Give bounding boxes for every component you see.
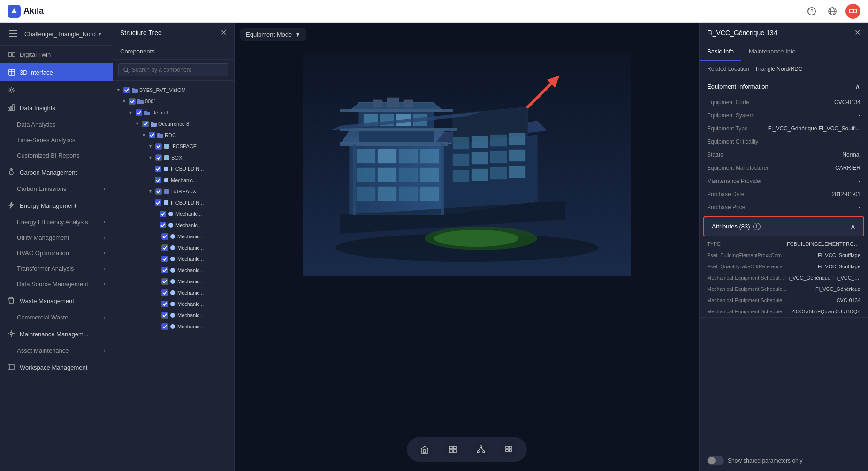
utility-management-chevron-icon: › bbox=[104, 235, 105, 240]
tree-checkbox[interactable] bbox=[155, 166, 161, 172]
mechanic-item-icon bbox=[169, 278, 176, 285]
tree-checkbox[interactable] bbox=[161, 289, 168, 296]
tree-checkbox[interactable] bbox=[161, 312, 168, 319]
collapse-icon: ∧ bbox=[855, 82, 860, 91]
sidebar-item-time-series-analytics[interactable]: Time-Series Analytics bbox=[0, 132, 113, 148]
tree-checkbox[interactable] bbox=[129, 98, 136, 105]
tree-row[interactable]: ▼ IFCSPACE bbox=[113, 142, 234, 151]
help-button[interactable]: ? bbox=[804, 4, 819, 19]
tree-row[interactable]: ▼ Default bbox=[113, 108, 234, 117]
energy-icon bbox=[8, 201, 16, 210]
tree-row[interactable]: IFCBUILDIN... bbox=[113, 198, 234, 207]
sidebar-item-data-analytics[interactable]: Data Analytics bbox=[0, 117, 113, 132]
svg-point-99 bbox=[480, 446, 482, 448]
tree-row[interactable]: ▼ RDC bbox=[113, 131, 234, 139]
tree-checkbox[interactable] bbox=[155, 188, 162, 195]
sidebar-item-customized-bi-reports[interactable]: Customized BI Reports bbox=[0, 148, 113, 163]
tree-row[interactable]: ▼ BUREAUX bbox=[113, 187, 234, 196]
tree-row[interactable]: Mechanic... bbox=[113, 289, 234, 297]
tree-checkbox[interactable] bbox=[155, 199, 161, 206]
tree-row[interactable]: Mechanic... bbox=[113, 210, 234, 218]
mode-selector[interactable]: Equipment Mode ▼ bbox=[246, 31, 301, 38]
tree-checkbox[interactable] bbox=[136, 109, 142, 116]
tree-checkbox[interactable] bbox=[142, 121, 149, 127]
sidebar-item-3d-interface[interactable]: 3D Interface bbox=[0, 63, 113, 81]
tree-checkbox[interactable] bbox=[160, 222, 166, 228]
sidebar-group-data-insights[interactable]: Data Insights bbox=[0, 99, 113, 117]
tree-row[interactable]: Mechanic... bbox=[113, 176, 234, 184]
tree-row[interactable]: ▼ 0001 bbox=[113, 97, 234, 106]
tree-row[interactable]: Mechanic... bbox=[113, 277, 234, 286]
search-input-wrapper[interactable] bbox=[118, 63, 228, 76]
tree-checkbox[interactable] bbox=[161, 278, 168, 285]
tree-row[interactable]: Mechanic... bbox=[113, 311, 234, 319]
sidebar-group-workspace-management[interactable]: Workspace Management bbox=[0, 358, 113, 376]
tree-checkbox[interactable] bbox=[161, 233, 168, 240]
mechanic-item-icon bbox=[169, 312, 176, 319]
fit-view-button[interactable] bbox=[444, 441, 461, 458]
carbon-icon bbox=[8, 168, 16, 176]
tree-checkbox[interactable] bbox=[161, 301, 168, 307]
workspace-selector[interactable]: Challenger_Triangle_Nord ▼ bbox=[24, 30, 102, 38]
sidebar-item-energy-efficiency-analysis[interactable]: Energy Efficiency Analysis › bbox=[0, 214, 113, 230]
shared-params-toggle[interactable] bbox=[707, 456, 724, 465]
tree-row[interactable]: Mechanic... bbox=[113, 232, 234, 241]
settings-icon bbox=[8, 86, 16, 94]
search-box bbox=[113, 60, 234, 81]
tree-row[interactable]: Mechanic... bbox=[113, 300, 234, 308]
sidebar-item-asset-maintenance[interactable]: Asset Maintenance › bbox=[0, 343, 113, 358]
attributes-section-header[interactable]: Attributes (83) i ∧ bbox=[703, 216, 864, 236]
tree-row[interactable]: Mechanic... bbox=[113, 255, 234, 263]
hvac-chevron-icon: › bbox=[104, 251, 105, 256]
home-view-button[interactable] bbox=[416, 441, 433, 458]
tree-checkbox[interactable] bbox=[123, 87, 130, 93]
tree-row[interactable]: Mechanic... bbox=[113, 266, 234, 274]
menu-toggle-button[interactable] bbox=[6, 26, 21, 41]
right-panel-close-button[interactable]: ✕ bbox=[854, 28, 860, 37]
sidebar-group-maintenance-management[interactable]: Maintenance Managem... bbox=[0, 325, 113, 343]
sidebar-item-hvac-optimization[interactable]: HVAC Optimization › bbox=[0, 245, 113, 261]
tree-row[interactable]: Mechanic... bbox=[113, 243, 234, 252]
tree-checkbox[interactable] bbox=[161, 256, 168, 262]
sidebar-item-digital-twin[interactable]: Digital Twin bbox=[0, 46, 113, 63]
sidebar-group-energy-management[interactable]: Energy Management bbox=[0, 197, 113, 214]
svg-rect-107 bbox=[509, 449, 511, 452]
svg-rect-59 bbox=[399, 168, 418, 182]
tree-checkbox[interactable] bbox=[161, 323, 168, 330]
structure-panel-close-button[interactable]: ✕ bbox=[221, 28, 227, 37]
tree-checkbox[interactable] bbox=[155, 154, 162, 161]
tree-checkbox[interactable] bbox=[161, 244, 168, 251]
mechanic-item-icon bbox=[169, 289, 176, 296]
sidebar-item-settings[interactable] bbox=[0, 81, 113, 99]
sidebar-item-commercial-waste[interactable]: Commercial Waste › bbox=[0, 310, 113, 325]
sidebar-item-utility-management[interactable]: Utility Management › bbox=[0, 230, 113, 245]
sidebar-item-transformer-analysis[interactable]: Transformer Analysis › bbox=[0, 261, 113, 276]
sidebar-item-carbon-emissions[interactable]: Carbon Emissions › bbox=[0, 181, 113, 197]
tree-row[interactable]: IFCBUILDIN... bbox=[113, 165, 234, 173]
tree-checkbox[interactable] bbox=[161, 267, 168, 273]
search-input[interactable] bbox=[132, 67, 223, 73]
tree-row[interactable]: Mechanic... bbox=[113, 221, 234, 229]
mechanic-item-icon bbox=[169, 233, 176, 240]
attr-field-type: TYPE IFCBUILDINGELEMENTPROXY bbox=[700, 238, 868, 250]
tree-row[interactable]: ▼ Occurrence 8 bbox=[113, 120, 234, 128]
tree-checkbox[interactable] bbox=[149, 132, 155, 138]
tree-row[interactable]: Mechanic... bbox=[113, 322, 234, 331]
user-avatar[interactable]: CD bbox=[845, 4, 860, 19]
tree-checkbox[interactable] bbox=[160, 211, 166, 217]
tab-maintenance-info[interactable]: Maintenance Info bbox=[741, 43, 803, 61]
tab-basic-info[interactable]: Basic Info bbox=[700, 43, 741, 61]
svg-point-29 bbox=[164, 178, 168, 182]
tree-row[interactable]: ▼ BYES_RVT_VisiOM bbox=[113, 86, 234, 94]
tree-checkbox[interactable] bbox=[155, 177, 161, 183]
sidebar-group-waste-management[interactable]: Waste Management bbox=[0, 292, 113, 310]
tree-checkbox[interactable] bbox=[155, 143, 162, 150]
grid-view-button[interactable] bbox=[501, 441, 518, 458]
sidebar-item-data-source-management[interactable]: Data Source Management › bbox=[0, 276, 113, 292]
svg-rect-69 bbox=[340, 128, 457, 131]
globe-button[interactable] bbox=[825, 4, 840, 19]
sidebar-group-carbon-management[interactable]: Carbon Management bbox=[0, 163, 113, 181]
tree-row[interactable]: ▼ BOX bbox=[113, 153, 234, 162]
equipment-info-section-header[interactable]: Equipment Information ∧ bbox=[700, 77, 868, 96]
tree-view-button[interactable] bbox=[472, 441, 489, 458]
